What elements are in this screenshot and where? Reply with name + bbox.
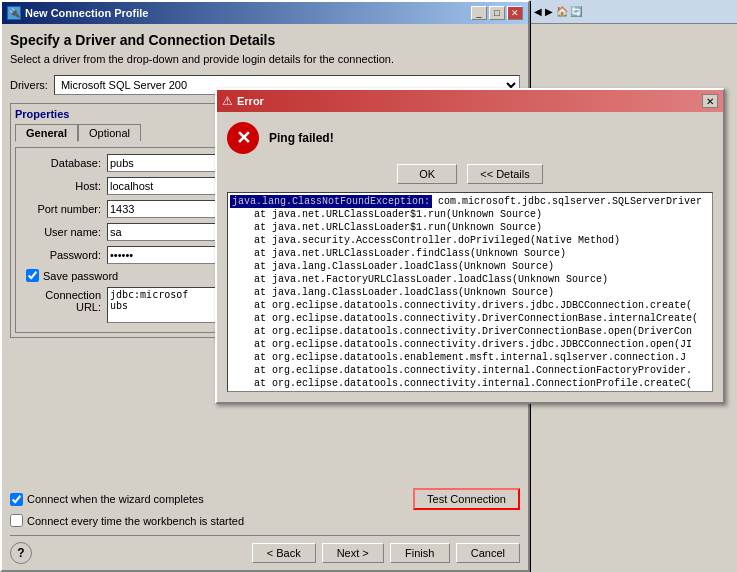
stack-line-1: at java.net.URLClassLoader$1.run(Unknown… <box>230 208 710 221</box>
connect-wizard-row: Connect when the wizard completes Test C… <box>10 488 520 510</box>
title-bar-left: 🔌 New Connection Profile <box>7 6 148 20</box>
next-button[interactable]: Next > <box>322 543 384 563</box>
stack-text-13: at org.eclipse.datatools.connectivity.in… <box>230 365 692 376</box>
title-controls: _ □ ✕ <box>471 6 523 20</box>
stack-text-9: at org.eclipse.datatools.connectivity.Dr… <box>230 313 698 324</box>
host-label: Host: <box>22 180 107 192</box>
main-title-bar: 🔌 New Connection Profile _ □ ✕ <box>2 2 528 24</box>
error-title-left: ⚠ Error <box>222 94 264 108</box>
port-label: Port number: <box>22 203 107 215</box>
stack-text-10: at org.eclipse.datatools.connectivity.Dr… <box>230 326 692 337</box>
stack-line-11: at org.eclipse.datatools.connectivity.dr… <box>230 338 710 351</box>
error-top-row: ✕ Ping failed! <box>227 122 713 154</box>
connect-workbench-checkbox[interactable] <box>10 514 23 527</box>
stack-line-4: at java.net.URLClassLoader.findClass(Unk… <box>230 247 710 260</box>
stack-text-2: at java.net.URLClassLoader$1.run(Unknown… <box>230 222 542 233</box>
error-ok-button[interactable]: OK <box>397 164 457 184</box>
stack-line-7: at java.lang.ClassLoader.loadClass(Unkno… <box>230 286 710 299</box>
toolbar-nav-icons: ◀ ▶ 🏠 🔄 <box>534 6 582 17</box>
error-title-text: Error <box>237 95 264 107</box>
error-title-bar: ⚠ Error ✕ <box>217 90 723 112</box>
stack-line-15: at org.eclipse.datatools.connectivity.ui… <box>230 390 710 392</box>
stack-text-0: com.microsoft.jdbc.sqlserver.SQLServerDr… <box>432 196 702 207</box>
stack-text-8: at org.eclipse.datatools.connectivity.dr… <box>230 300 692 311</box>
error-x-icon: ✕ <box>227 122 259 154</box>
maximize-button[interactable]: □ <box>489 6 505 20</box>
username-label: User name: <box>22 226 107 238</box>
close-button[interactable]: ✕ <box>507 6 523 20</box>
wizard-buttons: ? < Back Next > Finish Cancel <box>10 535 520 564</box>
stack-text-12: at org.eclipse.datatools.enablement.msft… <box>230 352 686 363</box>
connect-wizard-left: Connect when the wizard completes <box>10 493 204 506</box>
connect-options: Connect when the wizard completes Test C… <box>10 488 520 527</box>
save-password-label: Save password <box>43 270 118 282</box>
stack-line-6: at java.net.FactoryURLClassLoader.loadCl… <box>230 273 710 286</box>
window-title: New Connection Profile <box>25 7 148 19</box>
minimize-button[interactable]: _ <box>471 6 487 20</box>
driver-label: Drivers: <box>10 79 48 91</box>
tab-general[interactable]: General <box>15 124 78 142</box>
connect-workbench-label: Connect every time the workbench is star… <box>27 515 244 527</box>
stack-line-8: at org.eclipse.datatools.connectivity.dr… <box>230 299 710 312</box>
stack-highlight-0: java.lang.ClassNotFoundException: <box>230 195 432 208</box>
port-input[interactable] <box>107 200 227 218</box>
connect-wizard-checkbox[interactable] <box>10 493 23 506</box>
stack-text-11: at org.eclipse.datatools.connectivity.dr… <box>230 339 692 350</box>
wizard-description: Select a driver from the drop-down and p… <box>10 52 520 67</box>
back-button[interactable]: < Back <box>252 543 316 563</box>
database-input[interactable] <box>107 154 227 172</box>
url-textarea[interactable]: jdbc:microsof ubs <box>107 287 227 323</box>
password-label: Password: <box>22 249 107 261</box>
stack-line-5: at java.lang.ClassLoader.loadClass(Unkno… <box>230 260 710 273</box>
database-label: Database: <box>22 157 107 169</box>
stack-line-9: at org.eclipse.datatools.connectivity.Dr… <box>230 312 710 325</box>
error-buttons: OK << Details <box>227 164 713 184</box>
stack-line-12: at org.eclipse.datatools.enablement.msft… <box>230 351 710 364</box>
finish-button[interactable]: Finish <box>390 543 450 563</box>
error-icon-title: ⚠ <box>222 94 233 108</box>
tab-optional[interactable]: Optional <box>78 124 141 141</box>
error-close-button[interactable]: ✕ <box>702 94 718 108</box>
stack-text-14: at org.eclipse.datatools.connectivity.in… <box>230 378 692 389</box>
stack-line-0: java.lang.ClassNotFoundException: com.mi… <box>230 195 710 208</box>
stack-text-4: at java.net.URLClassLoader.findClass(Unk… <box>230 248 566 259</box>
stack-text-3: at java.security.AccessController.doPriv… <box>230 235 620 246</box>
error-stack-trace[interactable]: java.lang.ClassNotFoundException: com.mi… <box>227 192 713 392</box>
stack-text-1: at java.net.URLClassLoader$1.run(Unknown… <box>230 209 542 220</box>
wizard-title: Specify a Driver and Connection Details <box>10 32 520 48</box>
wizard-header: Specify a Driver and Connection Details … <box>10 32 520 67</box>
password-input[interactable] <box>107 246 227 264</box>
error-dialog: ⚠ Error ✕ ✕ Ping failed! OK << Details j… <box>215 88 725 404</box>
window-icon: 🔌 <box>7 6 21 20</box>
stack-text-7: at java.lang.ClassLoader.loadClass(Unkno… <box>230 287 554 298</box>
stack-text-5: at java.lang.ClassLoader.loadClass(Unkno… <box>230 261 554 272</box>
connect-workbench-left: Connect every time the workbench is star… <box>10 514 244 527</box>
stack-line-10: at org.eclipse.datatools.connectivity.Dr… <box>230 325 710 338</box>
error-content: ✕ Ping failed! OK << Details java.lang.C… <box>217 112 723 402</box>
bottom-section: Connect when the wizard completes Test C… <box>2 482 528 570</box>
error-details-button[interactable]: << Details <box>467 164 543 184</box>
stack-line-14: at org.eclipse.datatools.connectivity.in… <box>230 377 710 390</box>
connect-wizard-label: Connect when the wizard completes <box>27 493 204 505</box>
cancel-button[interactable]: Cancel <box>456 543 520 563</box>
stack-line-2: at java.net.URLClassLoader$1.run(Unknown… <box>230 221 710 234</box>
save-password-checkbox[interactable] <box>26 269 39 282</box>
stack-text-6: at java.net.FactoryURLClassLoader.loadCl… <box>230 274 608 285</box>
stack-line-13: at org.eclipse.datatools.connectivity.in… <box>230 364 710 377</box>
username-input[interactable] <box>107 223 227 241</box>
help-button[interactable]: ? <box>10 542 32 564</box>
test-connection-button[interactable]: Test Connection <box>413 488 520 510</box>
stack-text-15: at org.eclipse.datatools.connectivity.ui… <box>230 391 692 392</box>
error-message: Ping failed! <box>269 131 334 145</box>
url-label: Connection URL: <box>22 287 107 313</box>
stack-line-3: at java.security.AccessController.doPriv… <box>230 234 710 247</box>
connect-workbench-row: Connect every time the workbench is star… <box>10 514 520 527</box>
toolbar-header: ◀ ▶ 🏠 🔄 <box>530 0 737 24</box>
host-input[interactable] <box>107 177 227 195</box>
